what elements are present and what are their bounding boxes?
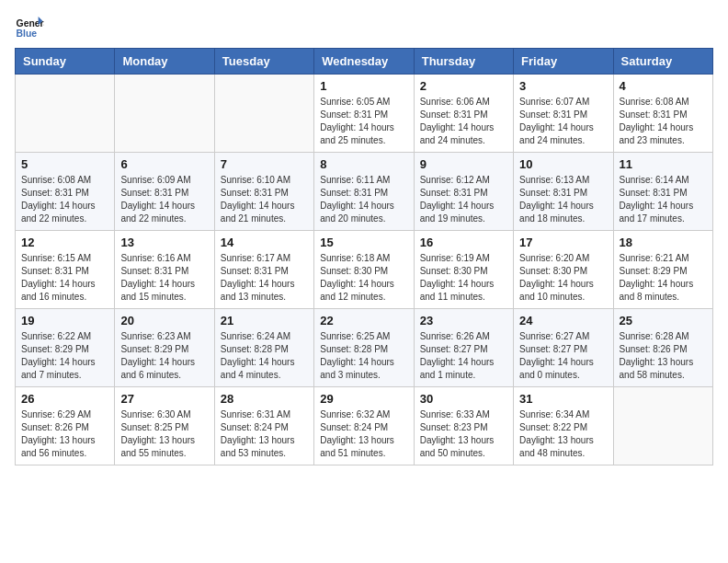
- calendar-day-cell: [16, 75, 115, 153]
- calendar-day-cell: 22Sunrise: 6:25 AM Sunset: 8:28 PM Dayli…: [314, 309, 414, 387]
- calendar-week-row: 26Sunrise: 6:29 AM Sunset: 8:26 PM Dayli…: [16, 387, 713, 465]
- calendar-day-cell: 16Sunrise: 6:19 AM Sunset: 8:30 PM Dayli…: [414, 231, 513, 309]
- calendar-day-cell: 13Sunrise: 6:16 AM Sunset: 8:31 PM Dayli…: [115, 231, 214, 309]
- day-number: 20: [120, 314, 208, 327]
- calendar-day-cell: 10Sunrise: 6:13 AM Sunset: 8:31 PM Dayli…: [514, 153, 613, 231]
- day-number: 11: [620, 157, 707, 171]
- day-number: 9: [420, 157, 507, 171]
- weekday-header-sunday: Sunday: [16, 49, 115, 75]
- calendar-day-cell: 8Sunrise: 6:11 AM Sunset: 8:31 PM Daylig…: [314, 153, 414, 231]
- day-info: Sunrise: 6:09 AM Sunset: 8:31 PM Dayligh…: [120, 174, 208, 225]
- day-number: 23: [420, 314, 507, 327]
- day-number: 30: [420, 392, 507, 406]
- calendar-day-cell: 23Sunrise: 6:26 AM Sunset: 8:27 PM Dayli…: [414, 309, 513, 387]
- day-number: 22: [320, 314, 407, 327]
- calendar-day-cell: 3Sunrise: 6:07 AM Sunset: 8:31 PM Daylig…: [514, 75, 613, 153]
- day-number: 19: [21, 314, 108, 327]
- day-info: Sunrise: 6:24 AM Sunset: 8:28 PM Dayligh…: [221, 330, 308, 382]
- weekday-header-wednesday: Wednesday: [314, 49, 414, 75]
- day-info: Sunrise: 6:26 AM Sunset: 8:27 PM Dayligh…: [420, 330, 507, 382]
- weekday-header-row: SundayMondayTuesdayWednesdayThursdayFrid…: [16, 49, 713, 75]
- day-number: 2: [420, 79, 507, 93]
- calendar-day-cell: 1Sunrise: 6:05 AM Sunset: 8:31 PM Daylig…: [314, 75, 414, 153]
- day-info: Sunrise: 6:34 AM Sunset: 8:22 PM Dayligh…: [519, 408, 607, 460]
- calendar-day-cell: 21Sunrise: 6:24 AM Sunset: 8:28 PM Dayli…: [214, 309, 313, 387]
- calendar-day-cell: 5Sunrise: 6:08 AM Sunset: 8:31 PM Daylig…: [16, 153, 115, 231]
- page-header: General Blue: [15, 15, 713, 40]
- day-number: 28: [221, 392, 308, 406]
- weekday-header-thursday: Thursday: [414, 49, 513, 75]
- day-info: Sunrise: 6:32 AM Sunset: 8:24 PM Dayligh…: [320, 408, 407, 460]
- day-info: Sunrise: 6:21 AM Sunset: 8:29 PM Dayligh…: [620, 252, 707, 304]
- day-info: Sunrise: 6:29 AM Sunset: 8:26 PM Dayligh…: [21, 408, 108, 460]
- day-info: Sunrise: 6:07 AM Sunset: 8:31 PM Dayligh…: [519, 96, 607, 147]
- weekday-header-monday: Monday: [115, 49, 214, 75]
- calendar-day-cell: [214, 75, 313, 153]
- day-info: Sunrise: 6:22 AM Sunset: 8:29 PM Dayligh…: [21, 330, 108, 382]
- calendar-day-cell: 11Sunrise: 6:14 AM Sunset: 8:31 PM Dayli…: [613, 153, 712, 231]
- calendar-day-cell: 27Sunrise: 6:30 AM Sunset: 8:25 PM Dayli…: [115, 387, 214, 465]
- day-info: Sunrise: 6:19 AM Sunset: 8:30 PM Dayligh…: [420, 252, 507, 304]
- calendar-day-cell: 28Sunrise: 6:31 AM Sunset: 8:24 PM Dayli…: [214, 387, 313, 465]
- calendar-day-cell: 2Sunrise: 6:06 AM Sunset: 8:31 PM Daylig…: [414, 75, 513, 153]
- day-info: Sunrise: 6:15 AM Sunset: 8:31 PM Dayligh…: [21, 252, 108, 304]
- day-number: 25: [620, 314, 707, 327]
- day-info: Sunrise: 6:12 AM Sunset: 8:31 PM Dayligh…: [420, 174, 507, 225]
- day-info: Sunrise: 6:33 AM Sunset: 8:23 PM Dayligh…: [420, 408, 507, 460]
- day-number: 13: [120, 236, 208, 249]
- logo-icon: General Blue: [15, 15, 44, 40]
- calendar-day-cell: 14Sunrise: 6:17 AM Sunset: 8:31 PM Dayli…: [214, 231, 313, 309]
- calendar-day-cell: 20Sunrise: 6:23 AM Sunset: 8:29 PM Dayli…: [115, 309, 214, 387]
- day-number: 31: [519, 392, 607, 406]
- day-number: 26: [21, 392, 108, 406]
- calendar-day-cell: 6Sunrise: 6:09 AM Sunset: 8:31 PM Daylig…: [115, 153, 214, 231]
- calendar-day-cell: [115, 75, 214, 153]
- day-info: Sunrise: 6:17 AM Sunset: 8:31 PM Dayligh…: [221, 252, 308, 304]
- day-number: 7: [221, 157, 308, 171]
- day-info: Sunrise: 6:27 AM Sunset: 8:27 PM Dayligh…: [519, 330, 607, 382]
- day-info: Sunrise: 6:08 AM Sunset: 8:31 PM Dayligh…: [21, 174, 108, 225]
- calendar-day-cell: 29Sunrise: 6:32 AM Sunset: 8:24 PM Dayli…: [314, 387, 414, 465]
- day-number: 17: [519, 236, 607, 249]
- calendar-day-cell: 31Sunrise: 6:34 AM Sunset: 8:22 PM Dayli…: [514, 387, 613, 465]
- calendar-day-cell: 30Sunrise: 6:33 AM Sunset: 8:23 PM Dayli…: [414, 387, 513, 465]
- calendar-week-row: 19Sunrise: 6:22 AM Sunset: 8:29 PM Dayli…: [16, 309, 713, 387]
- calendar-day-cell: 7Sunrise: 6:10 AM Sunset: 8:31 PM Daylig…: [214, 153, 313, 231]
- day-info: Sunrise: 6:30 AM Sunset: 8:25 PM Dayligh…: [120, 408, 208, 460]
- day-info: Sunrise: 6:20 AM Sunset: 8:30 PM Dayligh…: [519, 252, 607, 304]
- weekday-header-tuesday: Tuesday: [214, 49, 313, 75]
- calendar-table: SundayMondayTuesdayWednesdayThursdayFrid…: [15, 48, 713, 465]
- day-info: Sunrise: 6:28 AM Sunset: 8:26 PM Dayligh…: [620, 330, 707, 382]
- day-number: 12: [21, 236, 108, 249]
- day-info: Sunrise: 6:25 AM Sunset: 8:28 PM Dayligh…: [320, 330, 407, 382]
- day-number: 27: [120, 392, 208, 406]
- calendar-day-cell: 25Sunrise: 6:28 AM Sunset: 8:26 PM Dayli…: [613, 309, 712, 387]
- day-number: 1: [320, 79, 407, 93]
- day-info: Sunrise: 6:08 AM Sunset: 8:31 PM Dayligh…: [620, 96, 707, 147]
- day-number: 18: [620, 236, 707, 249]
- day-number: 4: [620, 79, 707, 93]
- calendar-day-cell: 9Sunrise: 6:12 AM Sunset: 8:31 PM Daylig…: [414, 153, 513, 231]
- logo: General Blue: [15, 15, 44, 40]
- day-info: Sunrise: 6:05 AM Sunset: 8:31 PM Dayligh…: [320, 96, 407, 147]
- svg-text:Blue: Blue: [17, 29, 38, 39]
- day-number: 5: [21, 157, 108, 171]
- calendar-day-cell: 24Sunrise: 6:27 AM Sunset: 8:27 PM Dayli…: [514, 309, 613, 387]
- day-number: 24: [519, 314, 607, 327]
- day-info: Sunrise: 6:14 AM Sunset: 8:31 PM Dayligh…: [620, 174, 707, 225]
- calendar-day-cell: 19Sunrise: 6:22 AM Sunset: 8:29 PM Dayli…: [16, 309, 115, 387]
- calendar-day-cell: 17Sunrise: 6:20 AM Sunset: 8:30 PM Dayli…: [514, 231, 613, 309]
- day-number: 3: [519, 79, 607, 93]
- day-info: Sunrise: 6:23 AM Sunset: 8:29 PM Dayligh…: [120, 330, 208, 382]
- day-info: Sunrise: 6:16 AM Sunset: 8:31 PM Dayligh…: [120, 252, 208, 304]
- calendar-day-cell: 15Sunrise: 6:18 AM Sunset: 8:30 PM Dayli…: [314, 231, 414, 309]
- day-info: Sunrise: 6:13 AM Sunset: 8:31 PM Dayligh…: [519, 174, 607, 225]
- day-info: Sunrise: 6:31 AM Sunset: 8:24 PM Dayligh…: [221, 408, 308, 460]
- day-number: 29: [320, 392, 407, 406]
- day-info: Sunrise: 6:10 AM Sunset: 8:31 PM Dayligh…: [221, 174, 308, 225]
- day-info: Sunrise: 6:18 AM Sunset: 8:30 PM Dayligh…: [320, 252, 407, 304]
- day-number: 14: [221, 236, 308, 249]
- calendar-day-cell: 18Sunrise: 6:21 AM Sunset: 8:29 PM Dayli…: [613, 231, 712, 309]
- day-number: 8: [320, 157, 407, 171]
- calendar-week-row: 12Sunrise: 6:15 AM Sunset: 8:31 PM Dayli…: [16, 231, 713, 309]
